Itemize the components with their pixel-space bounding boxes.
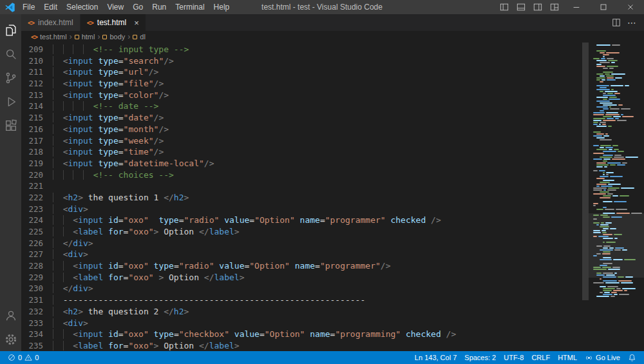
code-line[interactable]: 229 <label for="oxo" > Option </label> [21,272,644,283]
symbol-icon [133,35,137,39]
settings-gear-icon[interactable] [0,327,21,351]
titlebar-controls [496,0,644,14]
close-tab-icon[interactable]: × [134,18,139,28]
code-line[interactable]: 226 </div> [21,238,644,249]
menu-file[interactable]: File [18,0,39,14]
tab-index-html[interactable]: <> index.html [21,14,80,31]
line-number: 210 [21,55,53,67]
menu-help[interactable]: Help [209,0,234,14]
code-line[interactable]: 211 <input type="url"/> [21,66,644,78]
explorer-icon[interactable] [0,18,21,42]
code-line[interactable]: 212 <input type="file"/> [21,78,644,90]
toggle-secondary-sidebar-icon[interactable] [529,0,546,14]
code-line[interactable]: 216 <input type="month"/> [21,124,644,135]
line-number: 235 [21,340,53,351]
code-line[interactable]: 215 <input type="date"/> [21,112,644,124]
code-line[interactable]: 210 <input type="search"/> [21,55,644,67]
vscode-window: File Edit Selection View Go Run Terminal… [0,0,644,364]
customize-layout-icon[interactable] [546,0,563,14]
code-line[interactable]: 232 <h2> the question 2 </h2> [21,306,644,318]
vertical-scrollbar[interactable] [582,43,589,300]
code-line[interactable]: 227 <div> [21,249,644,260]
close-window-button[interactable] [617,0,644,14]
chevron-right-icon: › [97,32,100,41]
code-line[interactable]: 228 <input id="oxo" type="radio" value="… [21,260,644,272]
tab-bar: <> index.html <> test.html × ⋯ [21,14,644,31]
toggle-panel-icon[interactable] [513,0,529,14]
code-line[interactable]: 209 <!-- input type --> [21,44,644,55]
menu-selection[interactable]: Selection [62,0,102,14]
html-file-icon: <> [28,19,34,26]
notifications-bell-icon[interactable] [624,351,640,364]
code-line[interactable]: 224 <input id="oxo" type="radio" value="… [21,215,644,226]
maximize-button[interactable] [590,0,617,14]
minimap[interactable] [589,43,644,351]
code-line[interactable]: 223 <div> [21,204,644,215]
code-line[interactable]: 218 <input type="time"/> [21,146,644,158]
line-number: 216 [21,124,53,135]
breadcrumb-file[interactable]: test.html [40,33,67,41]
line-number: 214 [21,101,53,112]
accounts-icon[interactable] [0,303,21,327]
tab-test-html[interactable]: <> test.html × [80,14,146,31]
breadcrumb-html[interactable]: html [82,33,95,41]
html-file-icon: <> [87,19,93,26]
code-line[interactable]: 235 <label for="oxo"> Option </label> [21,340,644,351]
run-and-debug-icon[interactable] [0,90,21,113]
cursor-position[interactable]: Ln 143, Col 7 [411,351,460,364]
minimap-slider[interactable] [589,213,644,278]
errors-icon [8,354,15,361]
menu-view[interactable]: View [102,0,128,14]
encoding-setting[interactable]: UTF-8 [500,351,527,364]
code-line[interactable]: 219 <input type="datetime-local"/> [21,158,644,169]
code-line[interactable]: 234 <input id="oxo" type="checkbox" valu… [21,329,644,340]
line-number: 227 [21,249,53,260]
line-number: 233 [21,318,53,329]
line-number: 230 [21,283,53,294]
breadcrumb-body[interactable]: body [109,33,125,41]
activity-bar [0,14,21,351]
extensions-icon[interactable] [0,113,21,137]
code-line[interactable]: 220 <!-- choices --> [21,169,644,181]
indentation-setting[interactable]: Spaces: 2 [460,351,500,364]
warnings-count: 0 [35,354,39,361]
line-number: 209 [21,44,53,55]
code-line[interactable]: 217 <input type="week"/> [21,135,644,147]
go-live-label: Go Live [596,354,620,361]
code-line[interactable]: 213 <input type="color"/> [21,90,644,101]
line-number: 225 [21,226,53,238]
line-number: 229 [21,272,53,283]
code-line[interactable]: 222 <h2> the question 1 </h2> [21,192,644,204]
menu-terminal[interactable]: Terminal [171,0,209,14]
menu-edit[interactable]: Edit [39,0,62,14]
code-line[interactable]: 225 <label for="oxo"> Option </label> [21,226,644,238]
symbol-icon [75,35,79,39]
toggle-sidebar-icon[interactable] [496,0,513,14]
line-number: 234 [21,329,53,340]
line-number: 223 [21,204,53,215]
source-control-icon[interactable] [0,66,21,90]
more-actions-icon[interactable]: ⋯ [627,18,636,27]
language-mode[interactable]: HTML [554,351,581,364]
line-number: 221 [21,180,53,192]
line-number: 228 [21,260,53,272]
problems-indicator[interactable]: 0 0 [4,351,43,364]
editor[interactable]: 209 <!-- input type -->210 <input type="… [21,43,644,351]
split-editor-icon[interactable] [612,18,621,27]
statusbar-right: Ln 143, Col 7 Spaces: 2 UTF-8 CRLF HTML … [411,351,640,364]
line-number: 215 [21,112,53,124]
menu-run[interactable]: Run [147,0,171,14]
code-line[interactable]: 233 <div> [21,318,644,329]
code-line[interactable]: 221 [21,180,644,192]
go-live-button[interactable]: Go Live [581,351,624,364]
code-line[interactable]: 230 </div> [21,283,644,294]
search-icon[interactable] [0,42,21,66]
minimize-button[interactable] [563,0,590,14]
code-line[interactable]: 231 ------------------------------------… [21,294,644,306]
code-line[interactable]: 214 <!-- date --> [21,101,644,112]
line-number: 231 [21,294,53,306]
menu-go[interactable]: Go [128,0,147,14]
breadcrumb-dl[interactable]: dl [140,33,146,41]
eol-setting[interactable]: CRLF [527,351,554,364]
symbol-icon [102,35,107,39]
